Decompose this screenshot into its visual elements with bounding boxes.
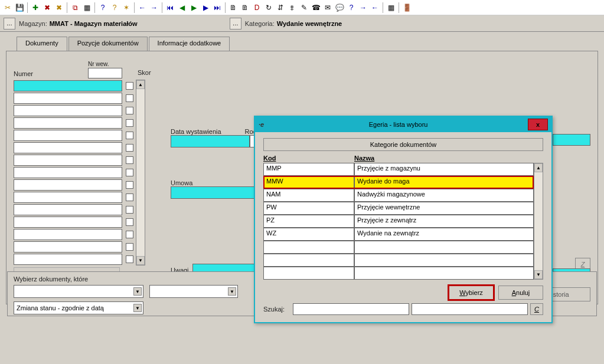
scroll-down-button[interactable]: ▼	[534, 270, 543, 279]
numer-input[interactable]	[14, 80, 122, 91]
prev-icon[interactable]: ◀	[177, 2, 187, 13]
filter-combo-2[interactable]: ▼	[149, 285, 238, 298]
first-icon[interactable]: ⏮	[165, 2, 175, 13]
wybierz-button[interactable]: Wybierz	[449, 286, 494, 300]
skor-checkbox[interactable]	[126, 119, 133, 127]
szukaj-input-1[interactable]	[293, 303, 409, 315]
delete-yellow-icon[interactable]: ✖	[54, 2, 64, 13]
plus-green-icon[interactable]: ✚	[30, 2, 41, 13]
numer-input[interactable]	[14, 229, 122, 240]
save-icon[interactable]: 💾	[14, 2, 25, 13]
numer-input[interactable]	[14, 241, 122, 252]
d-red-icon[interactable]: D	[252, 2, 262, 13]
list-row[interactable]: MMPPrzyjęcie z magazynu	[263, 163, 534, 176]
scroll-down-button[interactable]: ▼	[136, 256, 145, 265]
list-row[interactable]	[263, 254, 534, 267]
filter-combo-1[interactable]: ▼	[14, 285, 143, 298]
grid-icon[interactable]: ▦	[81, 2, 92, 13]
data-wyst-input[interactable]	[171, 135, 250, 147]
edit-icon[interactable]: ✎	[299, 2, 309, 13]
help2-icon[interactable]: ?	[346, 2, 357, 13]
skor-checkbox[interactable]	[126, 132, 133, 139]
numer-input[interactable]	[14, 254, 122, 265]
skor-checkbox[interactable]	[126, 156, 133, 164]
tree-icon[interactable]: ⇵	[275, 2, 286, 13]
doc-icon[interactable]: 🗎	[228, 2, 239, 13]
star-icon[interactable]: ✶	[121, 2, 132, 13]
list-row[interactable]	[263, 267, 534, 280]
numer-input[interactable]	[14, 130, 122, 141]
door-icon[interactable]: 🚪	[401, 2, 412, 13]
skor-checkbox[interactable]	[126, 231, 133, 238]
next-icon[interactable]: ▶	[200, 2, 211, 13]
skor-checkbox[interactable]	[126, 255, 133, 263]
last-icon[interactable]: ⏭	[212, 2, 223, 13]
numer-input[interactable]	[14, 155, 122, 166]
list-row[interactable]: PZPrzyjęcie z zewnątrz	[263, 215, 534, 228]
magazyn-label: Magazyn:	[19, 20, 47, 27]
help-yellow-icon[interactable]: ?	[109, 2, 120, 13]
skor-checkbox[interactable]	[126, 82, 133, 90]
refresh-icon[interactable]: ↻	[263, 2, 274, 13]
list-row[interactable]: WZWydanie na zewnątrz	[263, 228, 534, 241]
nrwew-input[interactable]	[88, 68, 122, 78]
doc-arrow-icon[interactable]: 🗎	[240, 2, 250, 13]
arrow-left2-icon[interactable]: ←	[370, 2, 380, 13]
numer-input[interactable]	[14, 117, 122, 129]
numer-input[interactable]	[14, 167, 122, 178]
kategorie-dokumentow-button[interactable]: Kategorie dokumentów	[263, 138, 543, 151]
numer-scrollbar[interactable]: ▲ ▼	[136, 80, 145, 265]
umowa-input[interactable]	[171, 186, 256, 199]
skor-checkbox[interactable]	[126, 144, 133, 152]
numer-input[interactable]	[14, 105, 122, 116]
numer-input[interactable]	[14, 179, 122, 191]
scroll-up-button[interactable]: ▲	[534, 163, 543, 172]
list-row[interactable]	[263, 241, 534, 254]
tab-informacje[interactable]: Informacje dodatkowe	[149, 37, 230, 51]
szukaj-input-2[interactable]	[412, 303, 528, 315]
arrow-right2-icon[interactable]: →	[358, 2, 368, 13]
arrow-right-icon[interactable]: →	[149, 2, 159, 13]
numer-input[interactable]	[14, 192, 122, 203]
close-button[interactable]: x	[528, 119, 548, 130]
skor-checkbox[interactable]	[126, 218, 133, 226]
play-icon[interactable]: ▶	[188, 2, 199, 13]
skor-checkbox[interactable]	[126, 206, 133, 214]
phone-icon[interactable]: ☎	[311, 2, 321, 13]
numer-input[interactable]	[14, 93, 122, 104]
numer-input[interactable]	[14, 142, 122, 153]
anuluj-button[interactable]: Anuluj	[498, 286, 543, 300]
hierarchy-icon[interactable]: ⯒	[287, 2, 298, 13]
szukaj-label: Szukaj:	[263, 306, 290, 313]
skor-checkbox[interactable]	[126, 169, 133, 176]
browse-magazyn-button[interactable]: …	[4, 18, 15, 29]
skor-checkbox[interactable]	[126, 107, 133, 114]
numer-input[interactable]	[14, 217, 122, 228]
tab-pozycje[interactable]: Pozycje dokumentów	[68, 37, 148, 51]
chat-icon[interactable]: 💬	[334, 2, 345, 13]
right-field-1[interactable]	[553, 134, 590, 146]
browse-kategoria-button[interactable]: …	[230, 18, 241, 29]
scissors-icon[interactable]: ✂	[2, 2, 13, 13]
layout-icon[interactable]: ⧉	[70, 2, 80, 13]
list-row[interactable]: MMWWydanie do maga	[263, 176, 534, 189]
scroll-up-button[interactable]: ▲	[136, 80, 145, 89]
list-row[interactable]: PWPrzyjęcie wewnętrzne	[263, 202, 534, 215]
skor-checkbox[interactable]	[126, 181, 133, 189]
skor-checkbox[interactable]	[126, 94, 133, 102]
arrow-left-icon[interactable]: ←	[137, 2, 148, 13]
help-blue-icon[interactable]: ?	[97, 2, 108, 13]
numer-input[interactable]	[14, 204, 122, 215]
plus-red-icon[interactable]: ✖	[42, 2, 53, 13]
modal-scrollbar[interactable]: ▲ ▼	[534, 163, 543, 280]
clear-button[interactable]: C	[530, 303, 543, 315]
umowa-label: Umowa	[171, 179, 192, 186]
list-row[interactable]: NAMNadwyżki magazynowe	[263, 189, 534, 202]
mail-icon[interactable]: ✉	[322, 2, 333, 13]
filter-combo-3[interactable]: Zmiana stanu - zgodnie z datą▼	[14, 301, 143, 314]
skor-checkbox[interactable]	[126, 194, 133, 201]
dialog-titlebar[interactable]: ·e Egeria - lista wyboru x	[255, 117, 551, 132]
skor-checkbox[interactable]	[126, 243, 133, 251]
tab-dokumenty[interactable]: Dokumenty	[17, 37, 67, 51]
table-icon[interactable]: ▦	[386, 2, 396, 13]
